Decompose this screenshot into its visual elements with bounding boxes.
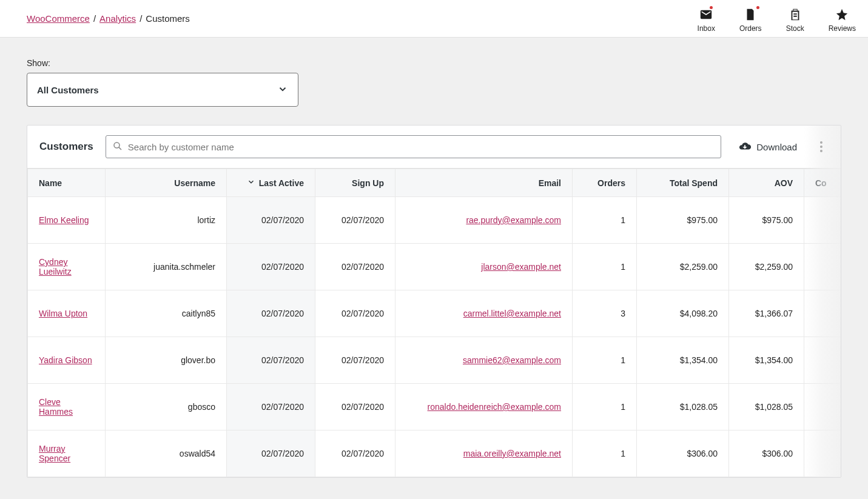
col-last-active[interactable]: Last Active bbox=[227, 169, 315, 197]
cell-sign-up: 02/07/2020 bbox=[315, 290, 395, 337]
search-input-wrap[interactable] bbox=[106, 135, 721, 158]
header-inbox-label: Inbox bbox=[698, 24, 715, 33]
page-content: Show: All Customers Customers Download bbox=[0, 38, 868, 498]
breadcrumb-parent[interactable]: Analytics bbox=[99, 13, 136, 24]
cell-last-active: 02/07/2020 bbox=[227, 337, 315, 384]
customer-email-link[interactable]: maia.oreilly@example.net bbox=[463, 449, 561, 458]
card-header: Customers Download bbox=[27, 126, 841, 169]
stock-icon bbox=[788, 7, 802, 22]
reviews-icon bbox=[835, 7, 849, 22]
customer-name-link[interactable]: Elmo Keeling bbox=[39, 215, 89, 225]
cell-aov: $306.00 bbox=[729, 430, 804, 477]
cell-aov: $1,354.00 bbox=[729, 337, 804, 384]
cell-aov: $2,259.00 bbox=[729, 244, 804, 290]
col-aov[interactable]: AOV bbox=[729, 169, 804, 197]
header-orders[interactable]: Orders bbox=[739, 7, 762, 33]
cell-total-spend: $4,098.20 bbox=[637, 290, 729, 337]
download-button[interactable]: Download bbox=[733, 139, 802, 155]
col-country[interactable]: Co bbox=[804, 169, 841, 197]
cell-name: Murray Spencer bbox=[28, 430, 106, 477]
col-total-spend[interactable]: Total Spend bbox=[637, 169, 729, 197]
customer-name-link[interactable]: Cleve Hammes bbox=[39, 397, 73, 417]
cell-email: jlarson@example.net bbox=[395, 244, 573, 290]
filter-value: All Customers bbox=[37, 85, 99, 95]
customer-email-link[interactable]: rae.purdy@example.com bbox=[466, 215, 561, 225]
header-actions: Inbox Orders Stock Reviews bbox=[698, 5, 856, 33]
col-email[interactable]: Email bbox=[395, 169, 573, 197]
breadcrumb-current: Customers bbox=[146, 13, 190, 24]
cell-sign-up: 02/07/2020 bbox=[315, 244, 395, 290]
cell-sign-up: 02/07/2020 bbox=[315, 197, 395, 244]
cell-last-active: 02/07/2020 bbox=[227, 197, 315, 244]
chevron-down-icon bbox=[277, 84, 288, 96]
cell-username: caitlyn85 bbox=[106, 290, 227, 337]
cell-orders: 1 bbox=[573, 337, 637, 384]
cell-country bbox=[804, 244, 841, 290]
customer-name-link[interactable]: Cydney Lueilwitz bbox=[39, 257, 72, 276]
cell-aov: $975.00 bbox=[729, 197, 804, 244]
card-title: Customers bbox=[39, 141, 93, 153]
sort-desc-icon bbox=[247, 178, 255, 188]
customer-name-link[interactable]: Wilma Upton bbox=[39, 309, 87, 318]
search-input[interactable] bbox=[128, 142, 715, 152]
cell-username: glover.bo bbox=[106, 337, 227, 384]
breadcrumb-sep: / bbox=[93, 13, 96, 24]
notification-badge bbox=[755, 5, 761, 10]
cell-orders: 1 bbox=[573, 384, 637, 430]
customer-email-link[interactable]: carmel.littel@example.net bbox=[463, 309, 561, 318]
cell-email: maia.oreilly@example.net bbox=[395, 430, 573, 477]
cell-orders: 1 bbox=[573, 244, 637, 290]
customer-email-link[interactable]: ronaldo.heidenreich@example.com bbox=[428, 402, 561, 412]
cell-email: ronaldo.heidenreich@example.com bbox=[395, 384, 573, 430]
header-stock[interactable]: Stock bbox=[786, 7, 804, 33]
table-row: Cleve Hammesgbosco02/07/202002/07/2020ro… bbox=[28, 384, 841, 430]
more-menu-button[interactable] bbox=[814, 141, 829, 152]
cell-orders: 1 bbox=[573, 430, 637, 477]
cell-aov: $1,028.05 bbox=[729, 384, 804, 430]
cell-last-active: 02/07/2020 bbox=[227, 290, 315, 337]
table-scroll[interactable]: Name Username Last Active Sign Up Email bbox=[27, 169, 841, 477]
header-stock-label: Stock bbox=[786, 24, 804, 33]
cell-last-active: 02/07/2020 bbox=[227, 244, 315, 290]
table-row: Cydney Lueilwitzjuanita.schmeler02/07/20… bbox=[28, 244, 841, 290]
cell-username: oswald54 bbox=[106, 430, 227, 477]
cell-username: lortiz bbox=[106, 197, 227, 244]
breadcrumb-root[interactable]: WooCommerce bbox=[27, 13, 90, 24]
table-row: Murray Spenceroswald5402/07/202002/07/20… bbox=[28, 430, 841, 477]
cell-name: Wilma Upton bbox=[28, 290, 106, 337]
header-reviews[interactable]: Reviews bbox=[829, 7, 856, 33]
cell-country bbox=[804, 337, 841, 384]
cell-email: carmel.littel@example.net bbox=[395, 290, 573, 337]
col-name[interactable]: Name bbox=[28, 169, 106, 197]
cloud-download-icon bbox=[738, 139, 752, 155]
customer-email-link[interactable]: sammie62@example.com bbox=[463, 355, 561, 365]
customer-name-link[interactable]: Murray Spencer bbox=[39, 444, 70, 463]
top-bar: WooCommerce / Analytics / Customers Inbo… bbox=[0, 0, 868, 38]
svg-line-1 bbox=[119, 147, 121, 149]
col-orders[interactable]: Orders bbox=[573, 169, 637, 197]
cell-email: sammie62@example.com bbox=[395, 337, 573, 384]
cell-total-spend: $2,259.00 bbox=[637, 244, 729, 290]
svg-point-0 bbox=[114, 142, 119, 148]
customers-table: Name Username Last Active Sign Up Email bbox=[27, 169, 841, 477]
customer-email-link[interactable]: jlarson@example.net bbox=[481, 262, 561, 272]
breadcrumb: WooCommerce / Analytics / Customers bbox=[27, 13, 190, 24]
cell-username: juanita.schmeler bbox=[106, 244, 227, 290]
col-username[interactable]: Username bbox=[106, 169, 227, 197]
cell-sign-up: 02/07/2020 bbox=[315, 430, 395, 477]
cell-country bbox=[804, 197, 841, 244]
col-last-active-label: Last Active bbox=[259, 178, 304, 188]
filter-select[interactable]: All Customers bbox=[27, 73, 298, 107]
cell-last-active: 02/07/2020 bbox=[227, 384, 315, 430]
cell-sign-up: 02/07/2020 bbox=[315, 337, 395, 384]
cell-country bbox=[804, 384, 841, 430]
header-inbox[interactable]: Inbox bbox=[698, 7, 715, 33]
customer-name-link[interactable]: Yadira Gibson bbox=[39, 355, 92, 365]
cell-username: gbosco bbox=[106, 384, 227, 430]
cell-name: Cleve Hammes bbox=[28, 384, 106, 430]
search-icon bbox=[112, 141, 123, 153]
table-row: Yadira Gibsonglover.bo02/07/202002/07/20… bbox=[28, 337, 841, 384]
col-sign-up[interactable]: Sign Up bbox=[315, 169, 395, 197]
breadcrumb-sep: / bbox=[140, 13, 142, 24]
cell-aov: $1,366.07 bbox=[729, 290, 804, 337]
